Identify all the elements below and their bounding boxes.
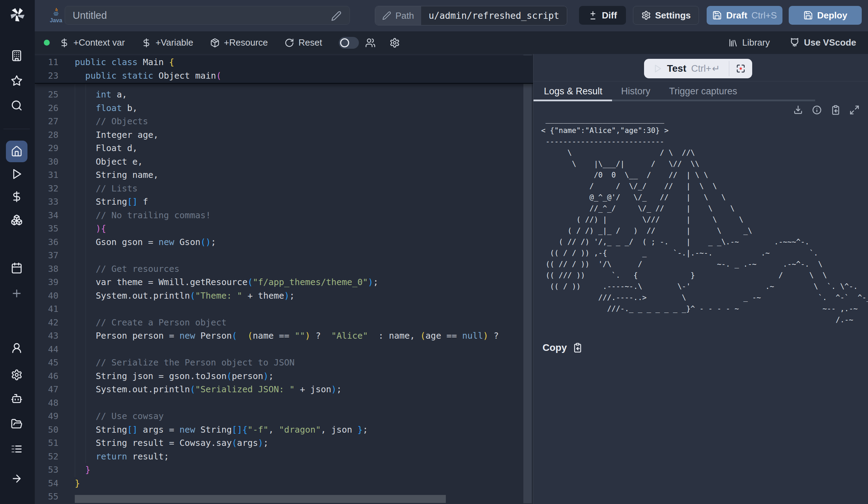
code-line[interactable]: 23 public static Object main( (35, 69, 533, 82)
java-language-icon: Java (48, 5, 64, 26)
deploy-button[interactable]: Deploy (789, 6, 862, 25)
sidebar-item-variables[interactable] (10, 190, 24, 204)
line-number: 34 (35, 208, 58, 222)
sidebar-item-folders[interactable] (10, 417, 24, 431)
code-line[interactable]: 48 (35, 396, 533, 410)
code-line[interactable]: 28 Integer age, (35, 128, 533, 142)
code-line[interactable]: 25 int a, (35, 88, 533, 101)
line-number: 50 (35, 423, 58, 436)
tab-history[interactable]: History (621, 86, 650, 97)
copy-button[interactable]: Copy (542, 342, 583, 353)
code-line[interactable]: 54} (35, 477, 533, 490)
diff-button[interactable]: Diff (579, 6, 626, 25)
capture-test-button[interactable] (729, 59, 752, 78)
line-number: 39 (35, 275, 58, 289)
sidebar-item-workspace[interactable] (10, 49, 24, 63)
code-line[interactable]: 35 ){ (35, 222, 533, 235)
sticky-scroll-header[interactable]: 11public class Main {23 public static Ob… (35, 55, 533, 84)
code-editor[interactable]: 25 int a,26 float b,27 // Objects28 Inte… (35, 54, 533, 504)
line-number: 33 (35, 195, 58, 208)
sidebar-item-search[interactable] (10, 99, 24, 112)
path-label-section[interactable]: Path (375, 6, 421, 25)
code-line[interactable]: 45 // Serialize the Person object to JSO… (35, 356, 533, 369)
sidebar-item-favorites[interactable] (10, 74, 24, 88)
code-line[interactable]: 53 } (35, 463, 533, 477)
sidebar-item-add[interactable] (10, 286, 24, 300)
reset-button[interactable]: Reset (284, 37, 322, 48)
assistant-toggle[interactable] (339, 37, 359, 49)
code-line[interactable]: 50 String[] args = new String[]{"-f", "d… (35, 423, 533, 436)
sidebar-item-logs[interactable] (10, 442, 24, 456)
sidebar-item-runs[interactable] (10, 167, 24, 181)
add-context-var-button[interactable]: +Context var (59, 37, 125, 48)
java-language-label: Java (50, 17, 62, 24)
sidebar-item-schedules[interactable] (10, 261, 24, 275)
code-line[interactable]: 41 (35, 302, 533, 316)
line-number: 32 (35, 182, 58, 195)
path-label: Path (395, 10, 414, 21)
sidebar-item-settings[interactable] (10, 368, 24, 382)
code-line[interactable]: 46 String json = gson.toJson(person); (35, 369, 533, 383)
code-line[interactable]: 51 String result = Cowsay.say(args); (35, 436, 533, 450)
topbar: Java Path u/admin/refreshed_script Diff … (35, 0, 868, 32)
code-line[interactable]: 30 Object e, (35, 155, 533, 168)
code-line[interactable]: 44 (35, 342, 533, 356)
line-number: 29 (35, 141, 58, 155)
collaborators-button[interactable] (365, 38, 376, 48)
line-number: 25 (35, 88, 58, 101)
code-line[interactable]: 43 Person person = new Person( (name == … (35, 329, 533, 342)
code-line[interactable]: 42 // Create a Person object (35, 316, 533, 329)
code-line[interactable]: 36 Gson gson = new Gson(); (35, 235, 533, 249)
path-value[interactable]: u/admin/refreshed_script (421, 6, 567, 25)
sidebar-item-account[interactable] (10, 341, 24, 355)
windmill-logo-icon[interactable] (8, 5, 27, 24)
line-number: 40 (35, 289, 58, 302)
test-button[interactable]: Test Ctrl+↵ (644, 59, 752, 78)
line-number: 23 (35, 69, 58, 82)
use-vscode-button[interactable]: Use VScode (789, 37, 856, 48)
tab-logs-result[interactable]: Logs & Result (544, 86, 602, 97)
editor-settings-button[interactable] (389, 38, 400, 48)
code-line[interactable]: 34 // No trailing commas! (35, 208, 533, 222)
sidebar-item-home[interactable] (6, 141, 27, 162)
result-tabs: Logs & ResultHistoryTrigger captures (533, 81, 868, 101)
save-icon (712, 10, 722, 20)
code-line[interactable]: 29 Float d, (35, 141, 533, 155)
code-line[interactable]: 37 (35, 249, 533, 262)
code-line[interactable]: 47 System.out.println("Serialized JSON: … (35, 383, 533, 396)
code-line[interactable]: 33 String[] f (35, 195, 533, 208)
code-line[interactable]: 32 // Lists (35, 182, 533, 195)
code-line[interactable]: 39 var theme = Wmill.getResource("f/app_… (35, 275, 533, 289)
dollar-icon (142, 38, 151, 48)
add-resource-button[interactable]: +Resource (210, 37, 268, 48)
path-control[interactable]: Path u/admin/refreshed_script (375, 6, 567, 25)
vertical-scrollbar[interactable] (523, 55, 532, 503)
horizontal-scrollbar[interactable] (75, 495, 446, 503)
status-dot (44, 40, 50, 46)
sidebar-item-workers[interactable] (10, 392, 24, 405)
code-line[interactable]: 52 return result; (35, 450, 533, 463)
sidebar-item-resources[interactable] (10, 213, 24, 227)
settings-button[interactable]: Settings (633, 6, 699, 25)
line-number: 41 (35, 302, 58, 316)
line-number: 42 (35, 316, 58, 329)
code-line[interactable]: 38 // Get resources (35, 262, 533, 276)
code-line[interactable]: 49 // Use cowsay (35, 409, 533, 423)
sidebar-item-expand[interactable] (10, 472, 24, 486)
sidebar-divider (3, 129, 30, 129)
code-line[interactable]: 40 System.out.println("Theme: " + theme)… (35, 289, 533, 302)
library-button[interactable]: Library (728, 37, 770, 48)
edit-name-pencil-icon[interactable] (331, 11, 341, 23)
add-variable-button[interactable]: +Variable (142, 37, 193, 48)
draft-button[interactable]: Draft Ctrl+S (707, 6, 782, 25)
line-number: 31 (35, 168, 58, 182)
code-line[interactable]: 31 String name, (35, 168, 533, 182)
line-number: 47 (35, 383, 58, 396)
code-line[interactable]: 11public class Main { (35, 55, 533, 69)
script-name-input[interactable] (65, 6, 350, 25)
code-line[interactable]: 26 float b, (35, 101, 533, 115)
draft-shortcut: Ctrl+S (752, 10, 777, 21)
line-number: 55 (35, 490, 58, 503)
tab-trigger-captures[interactable]: Trigger captures (669, 86, 737, 97)
code-line[interactable]: 27 // Objects (35, 115, 533, 128)
